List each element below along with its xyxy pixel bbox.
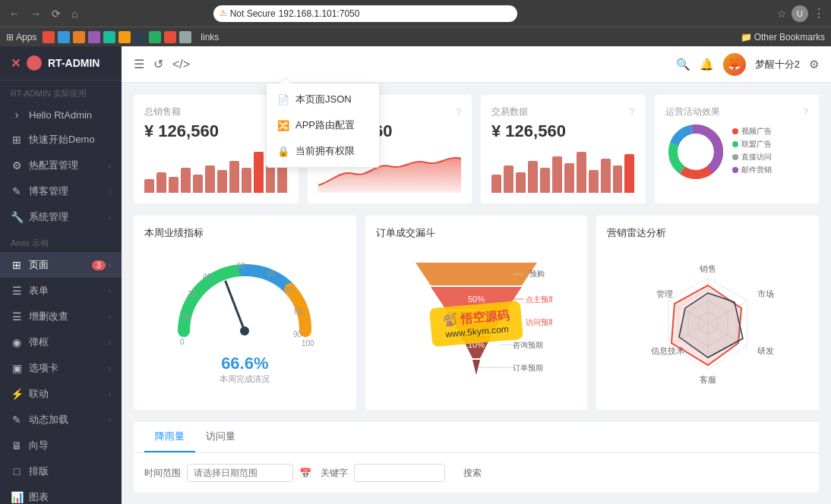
stat-card-transactions-header: 交易数据 ? bbox=[491, 106, 635, 118]
sidebar-item-tabs-label: 选项卡 bbox=[29, 361, 58, 375]
bookmark-item-5[interactable] bbox=[118, 31, 131, 43]
bar-3 bbox=[169, 177, 179, 193]
apps-bookmarks-item[interactable]: ⊞ Apps bbox=[6, 32, 36, 43]
modal-arrow-icon: › bbox=[109, 339, 111, 347]
bookmark-item-github[interactable] bbox=[43, 31, 55, 43]
legend-label-direct-visit: 直接访问 bbox=[741, 152, 772, 162]
tbar-5 bbox=[540, 168, 550, 193]
sidebar-item-hotconfig-left: ⚙ 热配置管理 bbox=[11, 159, 78, 172]
tab-rainfall[interactable]: 降雨量 bbox=[144, 422, 195, 452]
refresh-icon[interactable]: ↺ bbox=[153, 57, 163, 71]
bar-7 bbox=[217, 170, 227, 193]
legend-label-email-marketing: 邮件营销 bbox=[741, 165, 772, 175]
legend-label-alliance-ads: 联盟广告 bbox=[741, 139, 772, 150]
legend-dot-direct-visit bbox=[732, 154, 738, 160]
sidebar-item-layout-label: 排版 bbox=[29, 465, 49, 478]
bookmark-item-7[interactable] bbox=[149, 31, 161, 43]
bar-chart-transactions bbox=[491, 147, 635, 193]
browser-profile[interactable]: U bbox=[792, 5, 808, 22]
lazy-icon: ✎ bbox=[11, 414, 23, 426]
bookmark-item-1[interactable] bbox=[58, 31, 70, 43]
nav-icon: 🖥 bbox=[11, 439, 23, 452]
legend-dot-email-marketing bbox=[732, 167, 738, 173]
tbar-1 bbox=[491, 175, 501, 193]
sidebar-item-nav[interactable]: 🖥 向导 bbox=[0, 433, 122, 458]
browser-menu-icon[interactable]: ⋮ bbox=[813, 6, 825, 20]
back-button[interactable]: ← bbox=[6, 6, 23, 21]
gauge-label: 本周完成清况 bbox=[220, 373, 270, 385]
gauge-container: 0 20 30 40 50 60 70 80 90 100 66.6% 本 bbox=[144, 247, 346, 385]
lock-icon: ⚠ bbox=[220, 8, 227, 18]
calendar-icon[interactable]: 📅 bbox=[299, 468, 311, 479]
avatar[interactable]: 🦊 bbox=[723, 53, 746, 76]
legend-dot-video-ads bbox=[732, 128, 738, 134]
stat-visits-help-icon[interactable]: ? bbox=[456, 107, 461, 118]
sidebar-item-hello[interactable]: › Hello RtAdmin bbox=[0, 102, 122, 127]
dropdown-item-routes[interactable]: 🔀 APP路由配置 bbox=[267, 112, 379, 138]
tbar-8 bbox=[577, 152, 586, 193]
other-bookmarks[interactable]: 📁 Other Bookmarks bbox=[741, 32, 825, 43]
bookmark-item-2[interactable] bbox=[73, 31, 85, 43]
sidebar-item-sysadmin-label: 系统管理 bbox=[29, 210, 68, 224]
forward-button[interactable]: → bbox=[27, 6, 44, 21]
sidebar-item-nav-left: 🖥 向导 bbox=[11, 439, 49, 452]
other-bookmarks-label: Other Bookmarks bbox=[754, 32, 825, 43]
stat-transactions-help-icon[interactable]: ? bbox=[630, 107, 635, 118]
bookmark-item-4[interactable] bbox=[103, 31, 115, 43]
sidebar-item-crud[interactable]: ☰ 增删改查 › bbox=[0, 304, 122, 329]
legend-item-email-marketing: 邮件营销 bbox=[732, 165, 772, 175]
bookmark-item-6[interactable] bbox=[134, 31, 146, 43]
sidebar-item-chart-label: 图表 bbox=[29, 490, 49, 504]
search-label: 搜索 bbox=[463, 467, 482, 480]
chart-card-funnel: 订单成交漏斗 50% 30% bbox=[365, 216, 588, 410]
code-icon[interactable]: </> bbox=[172, 58, 190, 71]
bookmark-star-icon[interactable]: ☆ bbox=[777, 8, 787, 20]
sidebar-item-layout[interactable]: □ 排版 bbox=[0, 458, 122, 484]
chart-card-gauge: 本周业绩指标 bbox=[134, 216, 356, 410]
sidebar-item-form[interactable]: ☰ 表单 › bbox=[0, 278, 122, 304]
menu-toggle-icon[interactable]: ☰ bbox=[134, 57, 144, 71]
sidebar-item-page[interactable]: ⊞ 页面 3 › bbox=[0, 252, 122, 278]
sidebar-section-label: RT-ADMIN 实际应用 bbox=[0, 80, 122, 102]
tbar-4 bbox=[528, 161, 538, 193]
stat-transactions-value: ¥ 126,560 bbox=[491, 121, 635, 141]
radar-grid: 销售 市场 研发 客服 信息技术 管理 bbox=[651, 264, 774, 384]
arrow-right-icon: › bbox=[109, 162, 111, 170]
sidebar-item-hotconfig[interactable]: ⚙ 热配置管理 › bbox=[0, 153, 122, 178]
sidebar-item-action[interactable]: ⚡ 联动 › bbox=[0, 381, 122, 407]
bookmark-item-3[interactable] bbox=[88, 31, 100, 43]
search-icon[interactable]: 🔍 bbox=[676, 58, 690, 71]
sidebar-item-lazyload-left: ✎ 动态加载 bbox=[11, 413, 68, 427]
dropdown-item-permissions[interactable]: 🔒 当前拥有权限 bbox=[267, 138, 379, 164]
filter-time-input[interactable] bbox=[187, 464, 293, 482]
sidebar-item-blog-label: 博客管理 bbox=[29, 184, 68, 198]
legend-item-direct-visit: 直接访问 bbox=[732, 152, 772, 162]
refresh-button[interactable]: ⟳ bbox=[49, 6, 64, 21]
sidebar-item-blog[interactable]: ✎ 博客管理 › bbox=[0, 178, 122, 204]
bookmark-item-8[interactable] bbox=[164, 31, 176, 43]
sidebar-logo: ✕ RT-ADMIN bbox=[0, 46, 122, 80]
address-bar[interactable]: ⚠ Not Secure 192.168.1.101:7050 bbox=[213, 5, 517, 22]
bar-1 bbox=[144, 179, 154, 193]
home-button[interactable]: ⌂ bbox=[68, 6, 81, 21]
sidebar-item-modal[interactable]: ◉ 弹框 › bbox=[0, 329, 122, 355]
sidebar-item-quickstart[interactable]: ⊞ 快速开始Demo bbox=[0, 127, 122, 153]
stat-marketing-help-icon[interactable]: ? bbox=[803, 107, 808, 118]
links-bookmark[interactable]: links bbox=[201, 32, 219, 43]
dropdown-item-permissions-label: 当前拥有权限 bbox=[295, 144, 355, 158]
dropdown-item-json[interactable]: 📄 本页面JSON bbox=[267, 87, 379, 112]
sidebar-item-tabs[interactable]: ▣ 选项卡 › bbox=[0, 355, 122, 381]
bookmark-item-9[interactable] bbox=[179, 31, 191, 43]
bar-8 bbox=[229, 161, 239, 193]
settings-icon[interactable]: ⚙ bbox=[809, 58, 819, 71]
bottom-section: 降雨量 访问量 时间范围 📅 关键字 搜索 bbox=[134, 422, 819, 493]
tab-visits[interactable]: 访问量 bbox=[195, 422, 246, 452]
filter-keyword-input[interactable] bbox=[354, 464, 445, 482]
sidebar-item-lazyload[interactable]: ✎ 动态加载 › bbox=[0, 407, 122, 433]
bar-10 bbox=[254, 152, 264, 193]
sidebar-item-chart[interactable]: 📊 图表 bbox=[0, 484, 122, 504]
sidebar-item-hotconfig-label: 热配置管理 bbox=[29, 159, 78, 172]
svg-text:市场: 市场 bbox=[757, 289, 774, 298]
sidebar-item-sysadmin[interactable]: 🔧 系统管理 › bbox=[0, 204, 122, 230]
bell-icon[interactable]: 🔔 bbox=[700, 58, 714, 71]
